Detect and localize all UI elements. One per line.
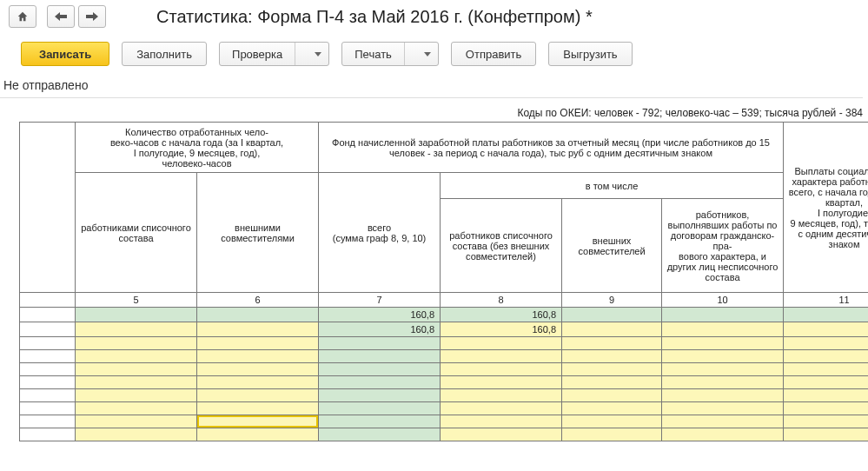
cell[interactable]: 160,8 [319,308,441,322]
cell[interactable] [784,337,868,350]
cell[interactable] [562,415,662,428]
print-dropdown[interactable] [414,52,438,56]
cell[interactable] [76,428,197,441]
cell[interactable] [319,350,441,363]
cell[interactable] [784,308,868,322]
header-col9: внешних совместителей [562,199,662,293]
cell[interactable] [76,337,197,350]
home-button[interactable] [9,5,36,28]
cell[interactable] [197,389,319,402]
cell[interactable] [662,389,784,402]
check-button[interactable]: Проверка [219,42,329,66]
cell[interactable] [662,363,784,376]
cell[interactable] [319,428,441,441]
cell[interactable] [784,415,868,428]
cell[interactable] [784,363,868,376]
cell[interactable] [662,376,784,389]
cell[interactable] [197,428,319,441]
cell[interactable] [76,322,197,337]
cell[interactable] [197,337,319,350]
cell[interactable] [784,389,868,402]
cell[interactable] [76,389,197,402]
cell[interactable] [562,308,662,322]
cell[interactable] [562,389,662,402]
cell[interactable] [441,402,562,415]
cell[interactable] [662,350,784,363]
cell[interactable] [562,363,662,376]
cell[interactable] [76,308,197,322]
colnum-11: 11 [784,293,868,308]
cell[interactable] [319,415,441,428]
cell[interactable] [784,402,868,415]
arrow-right-icon [86,12,98,21]
okei-codes: Коды по ОКЕИ: человек - 792; человеко-ча… [19,103,868,122]
cell[interactable] [662,322,784,337]
cell[interactable] [784,428,868,441]
row-head [20,389,76,402]
cell[interactable] [441,337,562,350]
cell[interactable] [319,402,441,415]
cell[interactable] [197,308,319,322]
cell[interactable] [76,402,197,415]
cell[interactable] [76,415,197,428]
cell[interactable] [784,350,868,363]
cell[interactable] [76,350,197,363]
header-row-2: работниками списочного состава внешними … [20,173,869,199]
cell[interactable] [662,402,784,415]
save-button[interactable]: Записать [21,42,109,66]
colnum-8: 8 [441,293,562,308]
cell[interactable]: 160,8 [441,308,562,322]
cell[interactable] [441,415,562,428]
cell[interactable] [76,363,197,376]
nav-group [47,5,106,28]
cell[interactable] [441,428,562,441]
cell[interactable] [562,337,662,350]
cell[interactable] [197,363,319,376]
cell[interactable]: 160,8 [441,322,562,337]
header-col6: внешними совместителями [197,173,319,293]
cell[interactable] [76,376,197,389]
cell[interactable] [319,337,441,350]
cell[interactable] [562,376,662,389]
cell[interactable] [662,428,784,441]
cell[interactable] [562,350,662,363]
cell[interactable] [197,350,319,363]
check-dropdown[interactable] [304,52,328,56]
cell[interactable] [319,389,441,402]
send-button[interactable]: Отправить [451,42,536,66]
cell[interactable] [662,415,784,428]
cell[interactable] [784,322,868,337]
cell[interactable] [441,376,562,389]
cell[interactable] [562,322,662,337]
cell[interactable] [319,363,441,376]
cell-selected[interactable] [197,415,319,428]
table-row [20,376,869,389]
cell[interactable] [197,376,319,389]
cell[interactable] [662,308,784,322]
back-button[interactable] [47,5,75,28]
cell[interactable]: 160,8 [319,322,441,337]
forward-button[interactable] [78,5,106,28]
header-col11: Выплаты социального характера работников… [784,123,868,293]
cell[interactable] [784,376,868,389]
cell[interactable] [441,389,562,402]
cell[interactable] [441,363,562,376]
home-icon [17,10,29,23]
colnum-row: 5 6 7 8 9 10 11 [20,293,869,308]
table-row: 160,8 160,8 [20,322,869,337]
fill-label: Заполнить [136,48,192,61]
check-label: Проверка [220,43,295,65]
cell[interactable] [319,376,441,389]
export-button[interactable]: Выгрузить [548,42,632,66]
cell[interactable] [441,350,562,363]
cell[interactable] [197,402,319,415]
cell[interactable] [562,428,662,441]
cell[interactable] [562,402,662,415]
toolbar: Записать Заполнить Проверка Печать Отпра… [0,36,868,76]
cell[interactable] [197,322,319,337]
print-button[interactable]: Печать [341,42,439,66]
fill-button[interactable]: Заполнить [122,42,207,66]
print-label: Печать [342,43,405,65]
row-head [20,415,76,428]
cell[interactable] [662,337,784,350]
